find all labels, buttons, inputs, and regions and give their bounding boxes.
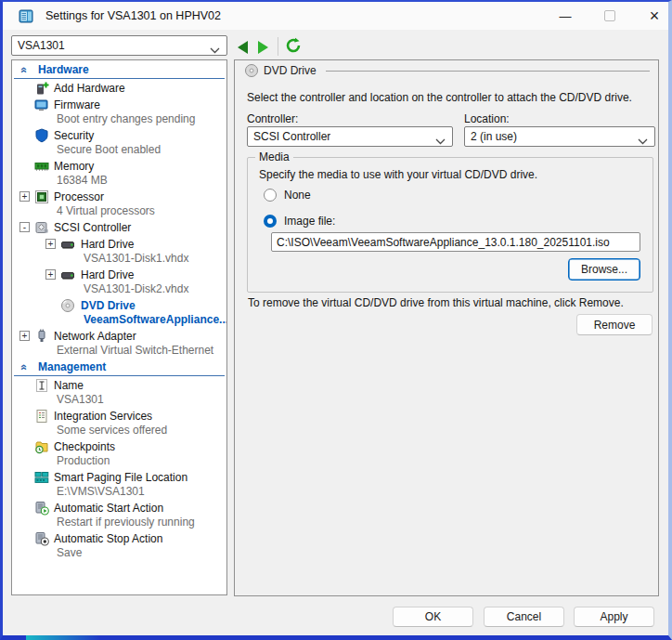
sidebar-item-subtext: Boot entry changes pending bbox=[54, 112, 226, 126]
sidebar-item-auto-start[interactable]: Automatic Start Action Restart if previo… bbox=[12, 501, 226, 529]
expand-icon[interactable]: + bbox=[19, 331, 30, 341]
ok-button-label: OK bbox=[425, 610, 441, 623]
sidebar-item-smart-paging[interactable]: Smart Paging File Location E:\VMS\VSA130… bbox=[12, 470, 226, 499]
apply-button[interactable]: Apply bbox=[574, 607, 654, 627]
location-select[interactable]: 2 (in use) bbox=[464, 126, 655, 147]
chevron-down-icon bbox=[435, 135, 446, 148]
sidebar-item-scsi-controller[interactable]: - SCSI Controller bbox=[12, 220, 226, 235]
dvd-drive-settings-panel: DVD Drive Select the controller and loca… bbox=[234, 59, 659, 596]
sidebar-item-subtext: VSA1301 bbox=[54, 393, 226, 407]
sidebar-item-subtext: Secure Boot enabled bbox=[54, 143, 226, 157]
expand-icon[interactable]: + bbox=[45, 269, 56, 280]
sidebar-item-hard-drive-2[interactable]: + Hard Drive VSA1301-Disk2.vhdx bbox=[12, 268, 226, 296]
sidebar-item-processor[interactable]: + Processor 4 Virtual processors bbox=[12, 189, 226, 218]
vm-selector-dropdown[interactable]: VSA1301 bbox=[11, 35, 227, 56]
media-image-file-label: Image file: bbox=[284, 215, 335, 228]
controller-label: Controller: bbox=[247, 112, 298, 125]
sidebar-item-label: SCSI Controller bbox=[54, 220, 226, 235]
media-image-file-option[interactable]: Image file: bbox=[264, 215, 335, 228]
sidebar-item-subtext: Production bbox=[54, 454, 226, 468]
apply-button-label: Apply bbox=[600, 610, 627, 623]
minimize-icon: — bbox=[560, 9, 572, 23]
sidebar-item-label: Add Hardware bbox=[54, 81, 226, 96]
navigate-back-icon[interactable] bbox=[238, 41, 248, 54]
sidebar-item-network-adapter[interactable]: + Network Adapter External Virtual Switc… bbox=[12, 329, 226, 358]
chevron-down-icon bbox=[638, 135, 648, 148]
settings-window: { "window": { "title": "Settings for VSA… bbox=[0, 0, 672, 640]
firmware-icon bbox=[34, 98, 49, 112]
collapse-expander-icon[interactable]: - bbox=[19, 222, 30, 232]
media-group-label: Media bbox=[255, 150, 293, 164]
name-ibeam-icon bbox=[34, 378, 49, 393]
sidebar-item-subtext: Save bbox=[54, 546, 226, 560]
refresh-icon[interactable] bbox=[285, 37, 302, 57]
remove-button-label: Remove bbox=[594, 319, 636, 332]
sidebar-item-label: Security bbox=[54, 128, 226, 143]
browse-button[interactable]: Browse... bbox=[568, 258, 640, 281]
toolbar: VSA1301 bbox=[3, 30, 668, 59]
dvd-disc-icon bbox=[244, 63, 259, 81]
sidebar-item-auto-stop[interactable]: Automatic Stop Action Save bbox=[12, 531, 226, 560]
media-instruction-text: Specify the media to use with your virtu… bbox=[259, 168, 537, 181]
panel-title-rule bbox=[326, 71, 650, 72]
radio-unchecked-icon[interactable] bbox=[264, 189, 277, 202]
ok-button[interactable]: OK bbox=[393, 607, 473, 627]
sidebar-item-label: Name bbox=[54, 378, 226, 393]
sidebar-item-label: Processor bbox=[54, 189, 226, 204]
sidebar-item-label: DVD Drive bbox=[81, 298, 226, 313]
smart-paging-icon bbox=[34, 470, 49, 485]
sidebar-item-subtext: Restart if previously running bbox=[54, 516, 226, 529]
hard-drive-icon bbox=[60, 268, 75, 282]
sidebar-section-management[interactable]: » Management bbox=[14, 359, 225, 376]
sidebar-item-dvd-drive[interactable]: DVD Drive VeeamSoftwareAppliance... bbox=[12, 298, 226, 327]
sidebar-item-subtext: VSA1301-Disk1.vhdx bbox=[81, 252, 226, 266]
toolbar-separator bbox=[278, 37, 278, 56]
sidebar-item-label: Smart Paging File Location bbox=[54, 470, 226, 485]
sidebar-item-hard-drive-1[interactable]: + Hard Drive VSA1301-Disk1.vhdx bbox=[12, 237, 226, 266]
sidebar-item-label: Hard Drive bbox=[81, 268, 226, 282]
sidebar-item-label: Network Adapter bbox=[54, 329, 226, 344]
expand-icon[interactable]: + bbox=[19, 191, 30, 202]
sidebar-item-memory[interactable]: Memory 16384 MB bbox=[12, 159, 226, 188]
sidebar-item-integration-services[interactable]: Integration Services Some services offer… bbox=[12, 409, 226, 438]
maximize-button[interactable] bbox=[590, 4, 629, 28]
minimize-button[interactable]: — bbox=[546, 4, 585, 28]
radio-checked-icon[interactable] bbox=[264, 215, 277, 228]
location-label: Location: bbox=[464, 112, 510, 125]
image-file-path-input[interactable] bbox=[271, 232, 640, 252]
expand-icon[interactable]: + bbox=[45, 239, 56, 249]
sidebar-item-firmware[interactable]: Firmware Boot entry changes pending bbox=[12, 98, 226, 126]
sidebar-item-label: Firmware bbox=[54, 98, 226, 112]
cancel-button-label: Cancel bbox=[507, 610, 541, 623]
network-adapter-icon bbox=[34, 329, 49, 344]
sidebar-item-checkpoints[interactable]: Checkpoints Production bbox=[12, 439, 226, 468]
sidebar-item-add-hardware[interactable]: Add Hardware bbox=[12, 81, 226, 96]
navigate-forward-icon[interactable] bbox=[258, 41, 268, 54]
hard-drive-icon bbox=[60, 237, 75, 252]
sidebar-section-hardware[interactable]: » Hardware bbox=[14, 62, 225, 79]
close-button[interactable]: × bbox=[635, 4, 672, 28]
remove-instruction-text: To remove the virtual CD/DVD drive from … bbox=[248, 296, 624, 309]
memory-icon bbox=[34, 159, 49, 174]
scsi-controller-icon bbox=[34, 220, 49, 235]
collapse-chevron-icon: » bbox=[16, 365, 31, 371]
processor-icon bbox=[34, 189, 49, 204]
sidebar-item-subtext: VSA1301-Disk2.vhdx bbox=[81, 282, 226, 296]
cancel-button[interactable]: Cancel bbox=[484, 607, 564, 627]
auto-stop-icon bbox=[34, 531, 49, 546]
sidebar-item-name[interactable]: Name VSA1301 bbox=[12, 378, 226, 407]
section-label: Hardware bbox=[38, 63, 89, 76]
sidebar-item-subtext: E:\VMS\VSA1301 bbox=[54, 485, 226, 499]
controller-select[interactable]: SCSI Controller bbox=[247, 126, 453, 147]
sidebar-item-label: Memory bbox=[54, 159, 226, 174]
sidebar-item-subtext: 4 Virtual processors bbox=[54, 204, 226, 218]
vm-selector-value: VSA1301 bbox=[18, 38, 65, 53]
remove-button[interactable]: Remove bbox=[576, 314, 653, 335]
window-title: Settings for VSA1301 on HPHV02 bbox=[45, 9, 221, 22]
sidebar-item-security[interactable]: Security Secure Boot enabled bbox=[12, 128, 226, 157]
sidebar-item-subtext: 16384 MB bbox=[54, 174, 226, 188]
media-none-option[interactable]: None bbox=[264, 189, 311, 202]
controller-select-value: SCSI Controller bbox=[253, 129, 330, 144]
sidebar-item-subtext: External Virtual Switch-Ethernet bbox=[54, 344, 226, 358]
sidebar-item-label: Checkpoints bbox=[54, 439, 226, 454]
